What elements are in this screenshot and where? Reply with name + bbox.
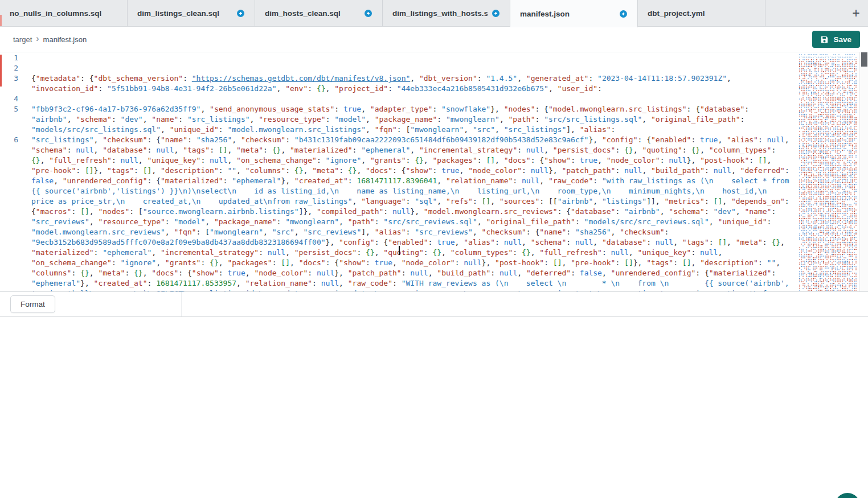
code-text[interactable]: {"metadata": {"dbt_schema_version": "htt… xyxy=(24,73,798,94)
tab-no-nulls-in-columns-sql[interactable]: no_nulls_in_columns.sql xyxy=(0,0,128,26)
breadcrumb-toolbar: target › manifest.json Save xyxy=(0,27,868,52)
line-number: 4 xyxy=(0,94,24,104)
tab-label: dim_listings_with_hosts.sql xyxy=(392,9,488,18)
vertical-scrollbar[interactable] xyxy=(859,52,868,291)
code-text[interactable]: "src_listings", "checksum": {"name": "sh… xyxy=(24,135,798,291)
modified-dot-icon[interactable] xyxy=(492,10,499,17)
tab-manifest-json[interactable]: manifest.json xyxy=(510,0,638,27)
breadcrumb-folder: target xyxy=(13,35,32,44)
minimap[interactable] xyxy=(798,52,859,291)
code-text[interactable] xyxy=(24,63,798,73)
code-text[interactable]: "fbb9f3c2-cf96-4a17-b736-976a62d35ff9", … xyxy=(24,104,798,135)
code-text[interactable] xyxy=(24,94,798,104)
code-line: 5 "fbb9f3c2-cf96-4a17-b736-976a62d35ff9"… xyxy=(0,104,798,135)
save-label: Save xyxy=(833,35,851,44)
code-line: 3 {"metadata": {"dbt_schema_version": "h… xyxy=(0,73,798,94)
save-button[interactable]: Save xyxy=(812,31,860,48)
minimap-canvas xyxy=(798,52,859,291)
ide-window: no_nulls_in_columns.sql dim_listings_cle… xyxy=(0,0,868,498)
code-line: 1 xyxy=(0,53,798,63)
line-number: 2 xyxy=(0,63,24,73)
format-button[interactable]: Format xyxy=(10,295,55,313)
line-number: 6 xyxy=(0,135,24,145)
breadcrumb: target › manifest.json xyxy=(13,35,87,44)
new-tab-button[interactable]: + xyxy=(848,5,864,22)
modified-dot-icon[interactable] xyxy=(237,10,244,17)
code-line: 2 xyxy=(0,63,798,73)
tab-bar: no_nulls_in_columns.sql dim_listings_cle… xyxy=(0,0,868,27)
tab-label: no_nulls_in_columns.sql xyxy=(10,9,117,18)
tab-label: dim_hosts_clean.sql xyxy=(265,9,360,18)
line-number: 5 xyxy=(0,104,24,114)
text-caret xyxy=(399,246,400,255)
tab-label: dim_listings_clean.sql xyxy=(137,9,232,18)
code-area[interactable]: 1 2 3 {"metadata": {"dbt_schema_version"… xyxy=(0,52,798,291)
format-bar-divider xyxy=(181,292,182,316)
tab-dim-listings-clean-sql[interactable]: dim_listings_clean.sql xyxy=(128,0,255,26)
breadcrumb-file: manifest.json xyxy=(43,35,87,44)
tab-dim-listings-with-hosts-sql[interactable]: dim_listings_with_hosts.sql xyxy=(383,0,510,26)
left-edge-artifact xyxy=(0,15,2,26)
tab-label: dbt_project.yml xyxy=(648,9,755,18)
floppy-disk-icon xyxy=(821,36,828,43)
tab-dim-hosts-clean-sql[interactable]: dim_hosts_clean.sql xyxy=(255,0,383,26)
plus-icon: + xyxy=(852,6,859,21)
modified-dot-icon[interactable] xyxy=(365,10,372,17)
results-pane xyxy=(0,317,868,498)
format-bar: Format xyxy=(0,291,868,317)
scrollbar-thumb[interactable] xyxy=(861,52,867,67)
line-number: 1 xyxy=(0,53,24,63)
tab-dbt-project-yml[interactable]: dbt_project.yml xyxy=(638,0,765,26)
code-editor: 1 2 3 {"metadata": {"dbt_schema_version"… xyxy=(0,52,868,291)
modified-dot-icon[interactable] xyxy=(620,10,627,18)
code-line: 4 xyxy=(0,94,798,104)
code-text[interactable] xyxy=(24,53,798,63)
left-edge-artifact xyxy=(0,55,2,87)
tab-label: manifest.json xyxy=(520,10,615,18)
code-line: 6 "src_listings", "checksum": {"name": "… xyxy=(0,135,798,291)
chevron-right-icon: › xyxy=(36,34,39,43)
line-number: 3 xyxy=(0,73,24,84)
code-lines: 1 2 3 {"metadata": {"dbt_schema_version"… xyxy=(0,53,798,291)
